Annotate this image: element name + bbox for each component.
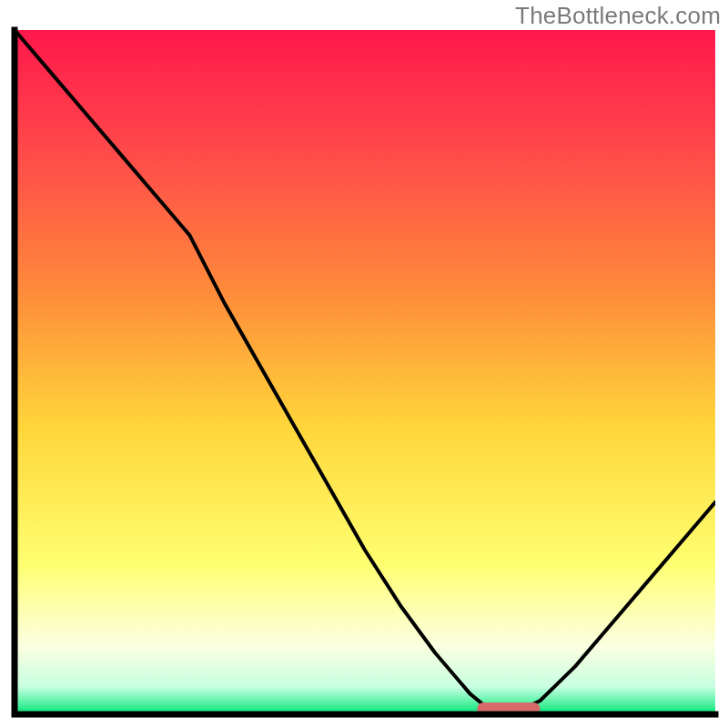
plot-background <box>15 30 715 714</box>
bottleneck-chart <box>0 0 728 728</box>
chart-container: TheBottleneck.com <box>0 0 728 728</box>
watermark-text: TheBottleneck.com <box>515 2 721 30</box>
